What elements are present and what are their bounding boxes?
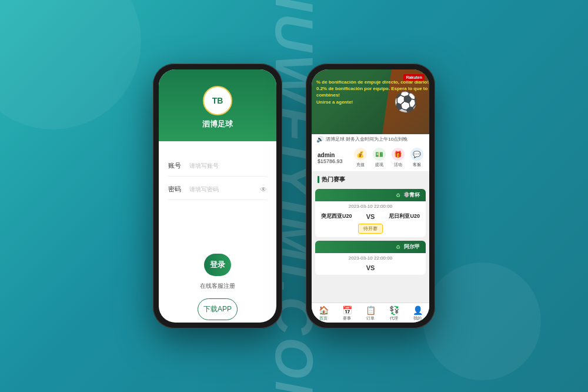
withdraw-label: 提现 <box>375 162 383 168</box>
action-service[interactable]: 💬 客服 <box>410 148 423 168</box>
right-phone-screen: % de bonificación de empuje directo, col… <box>312 69 429 323</box>
phones-container: TB 泗博足球 账号 请填写账号 密码 请填写密码 👁 <box>153 64 435 328</box>
login-links: 在线客服 注册 <box>191 276 245 296</box>
order-icon: 📋 <box>366 305 376 315</box>
league-icon-2: ♻ <box>396 244 400 250</box>
service-icon: 💬 <box>410 148 423 161</box>
match-teams-2: VS <box>315 262 426 275</box>
match-time-2: 2023-03-10 22:00:00 <box>315 253 426 262</box>
team-away-1: 尼日利亚U20 <box>389 212 420 220</box>
login-button[interactable]: 登录 <box>204 254 231 276</box>
online-service-link[interactable]: 在线客服 <box>200 282 223 290</box>
league-icon-1: ♻ <box>396 192 400 198</box>
match-card-2[interactable]: ♻ 阿尔甲 2023-03-10 22:00:00 VS <box>315 241 426 275</box>
withdraw-icon: 💵 <box>373 148 386 161</box>
match-icon: 📅 <box>342 305 352 315</box>
account-label: 账号 <box>168 161 185 170</box>
banner-line2: 0.2% de bonificación por equipo. Espera … <box>316 85 429 98</box>
user-balance: $15786.93 <box>318 158 349 164</box>
recharge-icon: 💰 <box>354 148 367 161</box>
league-name-1: 非青杯 <box>404 191 420 199</box>
mine-label: 我的 <box>413 315 422 321</box>
match-time-1: 2023-03-10 22:00:00 <box>315 201 426 210</box>
hot-section-header: 热门赛事 <box>312 172 429 187</box>
activity-label: 活动 <box>394 162 402 168</box>
match-league-1: ♻ 非青杯 <box>315 189 426 201</box>
mine-icon: 👤 <box>413 305 423 315</box>
action-activity[interactable]: 🎁 活动 <box>392 148 405 168</box>
recharge-label: 充值 <box>356 162 365 168</box>
login-form: 账号 请填写账号 密码 请填写密码 👁 <box>159 141 276 244</box>
action-icons: 💰 充值 💵 提现 🎁 活动 💬 客服 <box>354 148 423 168</box>
account-input[interactable]: 请填写账号 <box>185 162 267 170</box>
banner-area: % de bonificación de empuje directo, col… <box>312 69 429 134</box>
home-icon: 🏠 <box>319 305 329 315</box>
login-header: TB 泗博足球 <box>159 69 276 141</box>
ticker-bar: 🔊 泗博足球 财务入金时间为上午10点到晚 <box>312 134 429 144</box>
bottom-nav: 🏠 首页 📅 赛事 📋 订单 💱 代理 <box>312 303 429 323</box>
banner-line3: Unirse a agente! <box>316 99 429 105</box>
register-link[interactable]: 注册 <box>223 282 235 290</box>
main-screen: % de bonificación de empuje directo, col… <box>312 69 429 323</box>
ticker-icon: 🔊 <box>316 136 323 142</box>
nav-order[interactable]: 📋 订单 <box>366 305 376 321</box>
match-card-1[interactable]: ♻ 非青杯 2023-03-10 22:00:00 突尼西亚U20 VS 尼日利… <box>315 189 426 237</box>
user-info: admin $15786.93 <box>318 152 349 164</box>
ticker-text: 泗博足球 财务入金时间为上午10点到晚 <box>326 136 407 142</box>
action-recharge[interactable]: 💰 充值 <box>354 148 367 168</box>
password-row: 密码 请填写密码 👁 <box>168 179 267 200</box>
match-league-2: ♻ 阿尔甲 <box>315 241 426 253</box>
nav-match[interactable]: 📅 赛事 <box>342 305 352 321</box>
service-label: 客服 <box>413 162 421 168</box>
agent-label: 代理 <box>390 315 398 321</box>
match-label: 赛事 <box>343 315 351 321</box>
status-badge-1: 待开赛 <box>358 224 383 234</box>
league-name-2: 阿尔甲 <box>404 243 420 251</box>
password-label: 密码 <box>168 185 185 194</box>
user-name: admin <box>318 152 349 158</box>
logo-text: TB <box>212 96 223 105</box>
rakuten-badge: Rakuten <box>403 74 425 81</box>
eye-icon[interactable]: 👁 <box>260 185 267 194</box>
banner-text: % de bonificación de empuje directo, col… <box>316 79 429 105</box>
activity-icon: 🎁 <box>392 148 405 161</box>
logo-circle: TB <box>203 86 232 115</box>
user-bar: admin $15786.93 💰 充值 💵 提现 🎁 <box>312 144 429 172</box>
agent-icon: 💱 <box>389 305 399 315</box>
nav-home[interactable]: 🏠 首页 <box>319 305 329 321</box>
account-row: 账号 请填写账号 <box>168 155 267 177</box>
action-withdraw[interactable]: 💵 提现 <box>373 148 386 168</box>
vs-2: VS <box>366 264 375 271</box>
app-name: 泗博足球 <box>202 119 233 129</box>
match-status-1: 待开赛 <box>315 224 426 237</box>
home-label: 首页 <box>319 315 328 321</box>
nav-agent[interactable]: 💱 代理 <box>389 305 399 321</box>
left-phone: TB 泗博足球 账号 请填写账号 密码 请填写密码 👁 <box>153 64 282 328</box>
vs-1: VS <box>366 213 375 220</box>
nav-mine[interactable]: 👤 我的 <box>413 305 423 321</box>
right-phone: % de bonificación de empuje directo, col… <box>306 64 435 328</box>
team-home-1: 突尼西亚U20 <box>321 212 352 220</box>
password-input[interactable]: 请填写密码 <box>185 185 260 194</box>
hot-section-label: 热门赛事 <box>322 175 345 184</box>
left-phone-screen: TB 泗博足球 账号 请填写账号 密码 请填写密码 👁 <box>159 69 276 323</box>
order-label: 订单 <box>366 315 375 321</box>
match-teams-1: 突尼西亚U20 VS 尼日利亚U20 <box>315 210 426 224</box>
login-screen: TB 泗博足球 账号 请填写账号 密码 请填写密码 👁 <box>159 69 276 323</box>
download-button[interactable]: 下载APP <box>198 298 238 320</box>
